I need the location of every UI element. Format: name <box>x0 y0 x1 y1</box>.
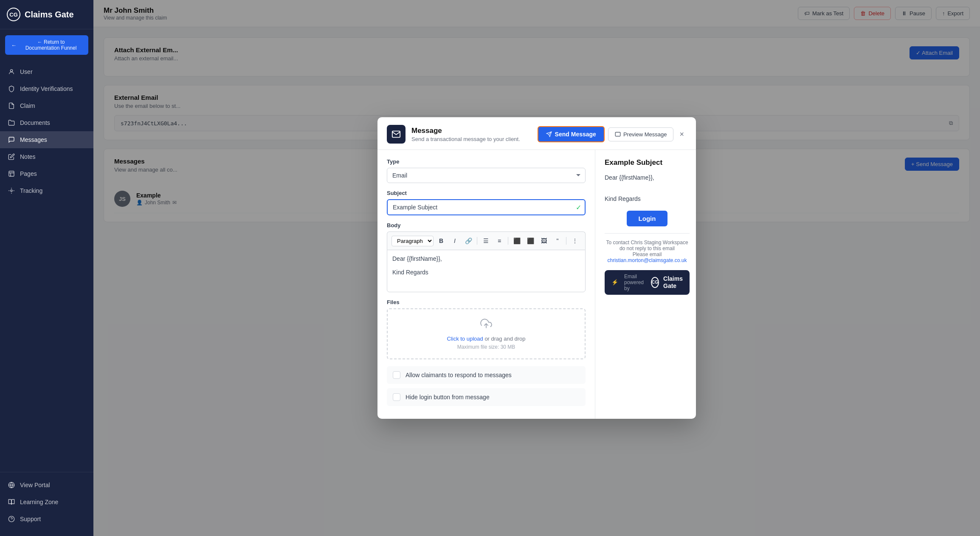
modal-preview-panel: Example Subject Dear {{firstName}}, Kind… <box>595 150 696 419</box>
paragraph-select[interactable]: Paragraph <box>391 236 434 246</box>
preview-contact: To contact Chris Staging Workspace do no… <box>605 233 690 263</box>
sidebar-item-messages[interactable]: Messages <box>0 131 93 148</box>
sidebar-item-pages[interactable]: Pages <box>0 165 93 182</box>
sidebar-item-label: Identity Verifications <box>20 85 73 92</box>
learning-icon <box>8 498 15 506</box>
editor-body[interactable]: Dear {{firstName}}, Kind Regards <box>387 250 586 292</box>
return-btn-label: ← Return to Documentation Funnel <box>20 39 82 51</box>
sidebar-item-claim[interactable]: Claim <box>0 97 93 114</box>
files-text: Click to upload or drag and drop <box>396 335 576 342</box>
body-line-1: Dear {{firstName}}, <box>392 255 580 262</box>
message-modal: Message Send a transactional message to … <box>377 117 696 419</box>
modal-form: Type Email Subject ✓ <box>377 150 595 419</box>
powered-brand: Claims Gate <box>663 275 683 290</box>
sidebar-item-identity[interactable]: Identity Verifications <box>0 80 93 97</box>
sidebar-logo: CG Claims Gate <box>0 0 93 29</box>
subject-input-wrapper: ✓ <box>387 199 586 215</box>
contact-line1: To contact Chris Staging Workspace do no… <box>605 240 690 251</box>
return-icon: ← <box>11 42 17 48</box>
align-left-button[interactable]: ⬛ <box>511 235 523 247</box>
support-icon <box>8 515 15 523</box>
sidebar-item-notes[interactable]: Notes <box>0 148 93 165</box>
modal-close-button[interactable]: × <box>677 128 687 141</box>
sidebar-item-view-portal[interactable]: View Portal <box>0 477 93 494</box>
modal-send-button[interactable]: Send Message <box>538 126 605 142</box>
logo-icon: CG <box>7 8 20 21</box>
sidebar-item-label: Claim <box>20 102 35 109</box>
modal-header-icon <box>387 125 406 144</box>
allow-respond-checkbox[interactable] <box>393 371 400 379</box>
svg-point-0 <box>10 70 12 72</box>
italic-button[interactable]: I <box>449 235 461 247</box>
modal-preview-button[interactable]: Preview Message <box>608 127 674 141</box>
svg-point-2 <box>11 190 12 192</box>
email-powered-text: Email powered by <box>624 274 647 291</box>
preview-powered: ⚡ Email powered by CG Claims Gate <box>605 270 690 295</box>
hide-login-checkbox[interactable] <box>393 393 400 401</box>
powered-badge: ⚡ Email powered by CG Claims Gate <box>605 270 690 295</box>
modal-overlay: Message Send a transactional message to … <box>93 0 980 536</box>
notes-icon <box>8 153 15 161</box>
editor-toolbar: Paragraph B I 🔗 ☰ ≡ ⬛ ⬛ 🖼 " <box>387 231 586 250</box>
sidebar-item-support[interactable]: Support <box>0 511 93 528</box>
lightning-icon: ⚡ <box>611 279 618 285</box>
sidebar-nav: User Identity Verifications Claim Docume… <box>0 61 93 472</box>
file-icon <box>8 102 15 110</box>
preview-greeting: Dear {{firstName}}, <box>605 173 690 182</box>
files-label: Files <box>387 299 586 305</box>
sidebar-item-label: View Portal <box>20 482 50 488</box>
modal-body: Type Email Subject ✓ <box>377 150 696 419</box>
preview-spacer <box>605 187 690 194</box>
checkbox-hide-login-row: Hide login button from message <box>387 388 586 406</box>
more-options-button[interactable]: ⋮ <box>569 235 581 247</box>
contact-line2: Please email christian.morton@claimsgate… <box>605 251 690 263</box>
files-drop-zone[interactable]: Click to upload or drag and drop Maximum… <box>387 308 586 359</box>
modal-title: Message <box>411 127 520 135</box>
upload-link[interactable]: Click to upload <box>447 336 483 342</box>
logo-text: Claims Gate <box>25 10 74 20</box>
align-right-button[interactable]: ⬛ <box>524 235 536 247</box>
bold-button[interactable]: B <box>435 235 447 247</box>
preview-closing: Kind Regards <box>605 194 690 203</box>
contact-email-link[interactable]: christian.morton@claimsgate.co.uk <box>608 257 687 263</box>
sidebar-item-tracking[interactable]: Tracking <box>0 182 93 199</box>
cg-logo-icon: CG <box>651 277 659 288</box>
checkbox-respond-row: Allow claimants to respond to messages <box>387 366 586 384</box>
svg-rect-1 <box>9 171 14 176</box>
sidebar: CG Claims Gate ← ← Return to Documentati… <box>0 0 93 536</box>
subject-group: Subject ✓ <box>387 190 586 215</box>
tracking-icon <box>8 187 15 195</box>
sidebar-item-label: Messages <box>20 136 47 143</box>
preview-login-button[interactable]: Login <box>627 211 668 226</box>
quote-button[interactable]: " <box>552 235 563 247</box>
sidebar-item-label: Notes <box>20 153 36 160</box>
checkbox-hide-login-label: Hide login button from message <box>406 394 490 401</box>
toolbar-divider-1 <box>477 237 477 245</box>
link-button[interactable]: 🔗 <box>462 235 474 247</box>
sidebar-item-label: Documents <box>20 119 50 126</box>
files-max-size: Maximum file size: 30 MB <box>396 344 576 350</box>
drag-text: or drag and drop <box>483 336 526 342</box>
body-line-2 <box>392 262 580 269</box>
sidebar-item-label: Support <box>20 516 41 522</box>
modal-header: Message Send a transactional message to … <box>377 117 696 150</box>
sidebar-item-label: Tracking <box>20 187 42 194</box>
powered-logo-text: Claims Gate <box>663 275 683 290</box>
sidebar-item-learning-zone[interactable]: Learning Zone <box>0 494 93 511</box>
sidebar-item-user[interactable]: User <box>0 63 93 80</box>
close-icon: × <box>679 130 684 138</box>
sidebar-item-label: Learning Zone <box>20 499 58 505</box>
modal-preview-label: Preview Message <box>623 131 667 138</box>
modal-send-label: Send Message <box>555 131 596 138</box>
type-label: Type <box>387 158 586 165</box>
ordered-list-button[interactable]: ≡ <box>493 235 505 247</box>
preview-login-label: Login <box>639 215 656 222</box>
image-button[interactable]: 🖼 <box>538 235 550 247</box>
type-select[interactable]: Email <box>387 168 586 183</box>
subject-input[interactable] <box>387 199 586 215</box>
sidebar-item-documents[interactable]: Documents <box>0 114 93 131</box>
return-to-funnel-button[interactable]: ← ← Return to Documentation Funnel <box>5 35 88 55</box>
bullet-list-button[interactable]: ☰ <box>480 235 492 247</box>
message-icon <box>8 136 15 144</box>
body-group: Body Paragraph B I 🔗 ☰ ≡ ⬛ <box>387 222 586 292</box>
